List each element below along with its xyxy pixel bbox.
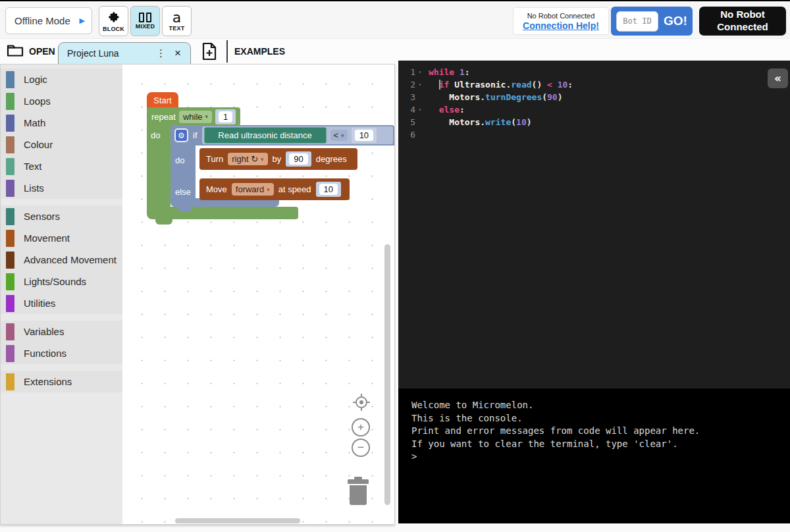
move-direction-dropdown[interactable]: forward ▾ bbox=[232, 183, 274, 196]
move-block[interactable]: Move forward ▾ at speed 10 bbox=[199, 178, 350, 200]
read-ultrasonic-block[interactable]: Read ultrasonic distance bbox=[204, 127, 327, 144]
comparison-operator-dropdown[interactable]: < ▾ bbox=[330, 130, 348, 141]
turn-degrees-field[interactable]: 90 bbox=[289, 153, 307, 165]
open-button[interactable]: OPEN bbox=[7, 42, 55, 61]
threshold-slot: 10 bbox=[352, 128, 377, 143]
category-logic[interactable]: Logic bbox=[1, 68, 122, 90]
move-label: Move bbox=[206, 184, 227, 194]
view-mode-text-button[interactable]: a TEXT bbox=[162, 6, 192, 36]
tab-menu-icon[interactable]: ⋮ bbox=[150, 47, 172, 59]
category-movement[interactable]: Movement bbox=[1, 227, 122, 249]
category-extensions[interactable]: Extensions bbox=[1, 371, 122, 392]
console-line: This is the console. bbox=[411, 412, 790, 425]
code-text: Motors.turnDegrees(90) bbox=[429, 92, 563, 102]
if-block-header[interactable]: ⚙ if Read ultrasonic distance < ▾ 10 bbox=[171, 125, 394, 146]
category-color-strip bbox=[6, 115, 14, 132]
block-canvas[interactable]: Start repeat while ▾ 1 do ⚙ if bbox=[122, 65, 394, 524]
move-speed-label: at speed bbox=[278, 184, 311, 194]
bot-id-input[interactable] bbox=[616, 11, 658, 32]
repeat-count-slot: 1 bbox=[215, 109, 236, 124]
category-color-strip bbox=[6, 323, 14, 340]
if-block-notch bbox=[178, 207, 192, 211]
code-text: else: bbox=[429, 105, 465, 115]
tab-close-icon[interactable]: × bbox=[172, 47, 184, 60]
mutator-gear-icon[interactable]: ⚙ bbox=[174, 128, 188, 142]
view-mode-text-label: TEXT bbox=[169, 25, 185, 32]
fold-caret-icon[interactable]: ▾ bbox=[415, 107, 425, 113]
view-mode-block-button[interactable]: BLOCK bbox=[99, 6, 128, 36]
turn-degrees-label: degrees bbox=[316, 154, 347, 164]
repeat-count-field[interactable]: 1 bbox=[219, 111, 232, 122]
console-output[interactable]: Welcome to Micromelon. This is the conso… bbox=[398, 388, 790, 523]
fold-caret-icon[interactable]: ▾ bbox=[415, 82, 425, 88]
code-editor[interactable]: « 1 ▾ while 1: 2 ▾ if Ultrasonic.read() … bbox=[398, 61, 790, 388]
category-functions[interactable]: Functions bbox=[1, 342, 122, 364]
category-math[interactable]: Math bbox=[1, 112, 122, 134]
turn-degrees-slot: 90 bbox=[286, 151, 311, 167]
fold-caret-icon[interactable]: ▾ bbox=[415, 69, 425, 75]
move-speed-field[interactable]: 10 bbox=[319, 184, 338, 195]
top-toolbar: Offline Mode ▶ BLOCK MIXED a TEXT No Rob… bbox=[0, 3, 790, 39]
tab-project-luna[interactable]: Project Luna ⋮ × bbox=[58, 42, 191, 64]
turn-direction-value: right ↻ bbox=[232, 154, 258, 164]
center-blocks-button[interactable] bbox=[352, 392, 371, 412]
category-color-strip bbox=[6, 373, 14, 390]
examples-button[interactable]: EXAMPLES bbox=[234, 42, 285, 61]
puzzle-icon bbox=[107, 11, 120, 25]
canvas-vertical-scrollbar[interactable] bbox=[384, 244, 390, 505]
category-label: Lists bbox=[24, 182, 44, 194]
zoom-in-button[interactable]: + bbox=[352, 418, 370, 437]
category-text[interactable]: Text bbox=[1, 155, 122, 177]
while-dropdown[interactable]: while ▾ bbox=[179, 111, 212, 123]
category-color-strip bbox=[6, 273, 14, 290]
repeat-while-block[interactable]: repeat while ▾ 1 bbox=[147, 107, 240, 126]
folder-icon bbox=[7, 43, 24, 59]
line-number: 5 bbox=[398, 117, 415, 127]
category-colour[interactable]: Colour bbox=[1, 134, 122, 155]
start-block[interactable]: Start bbox=[147, 92, 178, 108]
category-label: Lights/Sounds bbox=[24, 276, 86, 287]
turn-direction-dropdown[interactable]: right ↻ ▾ bbox=[228, 153, 267, 165]
repeat-block-bottom[interactable] bbox=[147, 207, 298, 219]
repeat-label: repeat bbox=[151, 112, 176, 122]
connection-help-link[interactable]: Connection Help! bbox=[523, 20, 599, 31]
turn-by-label: by bbox=[273, 154, 282, 164]
category-lists[interactable]: Lists bbox=[1, 177, 122, 199]
code-line-4: 4 ▾ else: bbox=[398, 103, 790, 116]
operator-value: < bbox=[334, 130, 339, 140]
threshold-field[interactable]: 10 bbox=[355, 130, 373, 141]
category-advanced-movement[interactable]: Advanced Movement bbox=[1, 249, 122, 271]
code-line-3: 3 Motors.turnDegrees(90) bbox=[398, 91, 790, 103]
if-do-label: do bbox=[175, 155, 184, 165]
category-sensors[interactable]: Sensors bbox=[1, 205, 122, 227]
canvas-horizontal-scrollbar[interactable] bbox=[175, 518, 300, 523]
code-text: if Ultrasonic.read() < 10: bbox=[429, 80, 573, 90]
category-label: Advanced Movement bbox=[24, 254, 117, 265]
chevron-down-icon: ▾ bbox=[267, 186, 270, 193]
turn-block[interactable]: Turn right ↻ ▾ by 90 degrees bbox=[199, 148, 357, 170]
category-label: Functions bbox=[24, 348, 66, 359]
category-label: Colour bbox=[24, 139, 53, 150]
view-mode-block-label: BLOCK bbox=[103, 26, 124, 32]
chevron-down-icon: ▾ bbox=[205, 113, 209, 120]
category-label: Text bbox=[24, 161, 42, 172]
mode-select-dropdown[interactable]: Offline Mode ▶ bbox=[5, 7, 92, 34]
view-mode-mixed-button[interactable]: MIXED bbox=[130, 6, 160, 36]
condition-slot: Read ultrasonic distance < ▾ 10 bbox=[202, 126, 394, 144]
category-label: Extensions bbox=[24, 376, 72, 387]
move-speed-slot: 10 bbox=[316, 182, 341, 197]
category-color-strip bbox=[6, 295, 14, 312]
category-loops[interactable]: Loops bbox=[1, 90, 122, 112]
connection-info-box: No Robot Connected Connection Help! bbox=[513, 7, 609, 35]
line-number: 2 bbox=[398, 80, 415, 90]
console-line: Welcome to Micromelon. bbox=[411, 399, 790, 412]
zoom-out-button[interactable]: − bbox=[352, 439, 370, 457]
category-utilities[interactable]: Utilities bbox=[1, 292, 122, 314]
go-button[interactable]: GO! bbox=[664, 14, 687, 28]
category-variables[interactable]: Variables bbox=[1, 321, 122, 342]
category-lights-sounds[interactable]: Lights/Sounds bbox=[1, 271, 122, 292]
new-project-button[interactable] bbox=[199, 43, 220, 63]
trash-icon[interactable] bbox=[346, 477, 371, 508]
tab-title: Project Luna bbox=[67, 48, 150, 59]
text-cursor bbox=[439, 80, 440, 90]
